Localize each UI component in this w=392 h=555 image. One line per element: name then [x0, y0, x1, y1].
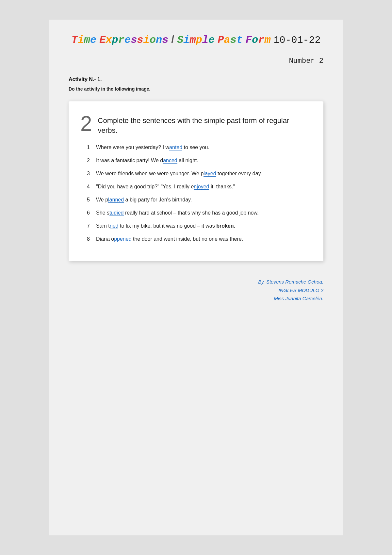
subtitle-a: a: [224, 34, 230, 46]
card-number: 2: [80, 113, 92, 134]
answer-blank: anced: [163, 158, 177, 164]
item-number: 3: [87, 170, 96, 178]
answer-blank: lanned: [108, 197, 124, 203]
subtitle-simple: S: [177, 34, 183, 46]
title-char: i: [143, 34, 150, 46]
subtitle-f: F: [246, 34, 252, 46]
item-text: She studied really hard at school – that…: [96, 209, 310, 217]
subtitle-o: o: [252, 34, 258, 46]
item-number: 7: [87, 222, 96, 230]
card-title: Complete the sentences with the simple p…: [98, 116, 310, 136]
item-text: We planned a big party for Jen's birthda…: [96, 196, 310, 204]
exercise-card: 2 Complete the sentences with the simple…: [69, 101, 323, 262]
answer-blank: anted: [169, 145, 182, 150]
subtitle-l: l: [202, 34, 208, 46]
list-item: 3 We were friends when we were younger. …: [87, 170, 310, 178]
item-number: 1: [87, 144, 96, 151]
title-char: o: [150, 34, 156, 46]
title-char: s: [137, 34, 143, 46]
page-title: Time Expressions / Simple Past Form 10-0…: [69, 33, 323, 47]
footer-line3: Miss Juanita Carcelén.: [69, 294, 323, 303]
title-char: p: [112, 34, 118, 46]
title-char: r: [118, 34, 124, 46]
title-char: T: [71, 34, 77, 46]
title-char: m: [84, 34, 90, 46]
item-number: 2: [87, 157, 96, 165]
item-text: Sam tried to fix my bike, but it was no …: [96, 222, 310, 230]
answer-blank: tudied: [109, 210, 124, 216]
list-item: 1 Where were you yesterday? I wanted to …: [87, 144, 310, 151]
subtitle-m: m: [189, 34, 196, 46]
title-char: e: [90, 34, 96, 46]
subtitle-e: e: [208, 34, 215, 46]
footer-line1: By. Stevens Remache Ochoa.: [69, 278, 323, 286]
item-number: 6: [87, 209, 96, 217]
subtitle-i: i: [183, 34, 189, 46]
item-text: It was a fantastic party! We danced all …: [96, 157, 310, 165]
answer-blank: ppened: [114, 236, 131, 242]
footer: By. Stevens Remache Ochoa. INGLES MODULO…: [69, 278, 323, 303]
answer-blank: ried: [110, 223, 119, 229]
list-item: 5 We planned a big party for Jen's birth…: [87, 196, 310, 204]
subtitle-p2: P: [218, 34, 224, 46]
item-number: 4: [87, 183, 96, 191]
item-text: Diana oppened the door and went inside, …: [96, 235, 310, 243]
exercise-list: 1 Where were you yesterday? I wanted to …: [80, 144, 310, 243]
title-char: s: [131, 34, 137, 46]
list-item: 6 She studied really hard at school – th…: [87, 209, 310, 217]
item-number: 5: [87, 196, 96, 204]
title-char: E: [99, 34, 106, 46]
number-label: Number 2: [69, 57, 323, 65]
subtitle-r: r: [258, 34, 264, 46]
card-header: 2 Complete the sentences with the simple…: [80, 113, 310, 136]
title-date: 10-01-22: [274, 35, 321, 46]
item-text: Where were you yesterday? I wanted to se…: [96, 144, 310, 151]
list-item: 7 Sam tried to fix my bike, but it was n…: [87, 222, 310, 230]
title-char: n: [156, 34, 162, 46]
activity-instruction: Do the activity in the following image.: [69, 86, 323, 92]
footer-line2: INGLES MODULO 2: [69, 286, 323, 295]
item-number: 8: [87, 235, 96, 243]
activity-title: Activity N.- 1.: [69, 77, 323, 82]
subtitle-s: s: [230, 34, 237, 46]
subtitle-p: p: [196, 34, 202, 46]
list-item: 2 It was a fantastic party! We danced al…: [87, 157, 310, 165]
page: Time Expressions / Simple Past Form 10-0…: [49, 20, 343, 535]
title-slash: /: [171, 33, 177, 45]
answer-blank: njoyed: [194, 184, 209, 190]
subtitle-t: t: [237, 34, 243, 46]
item-text: "Did you have a good trip?" "Yes, I real…: [96, 183, 310, 191]
answer-blank: layed: [204, 171, 216, 177]
list-item: 8 Diana oppened the door and went inside…: [87, 235, 310, 243]
title-char: s: [162, 34, 168, 46]
item-text: We were friends when we were younger. We…: [96, 170, 310, 178]
list-item: 4 "Did you have a good trip?" "Yes, I re…: [87, 183, 310, 191]
title-char: x: [106, 34, 112, 46]
subtitle-m2: m: [264, 34, 270, 46]
title-char: e: [124, 34, 131, 46]
title-char: i: [78, 34, 84, 46]
